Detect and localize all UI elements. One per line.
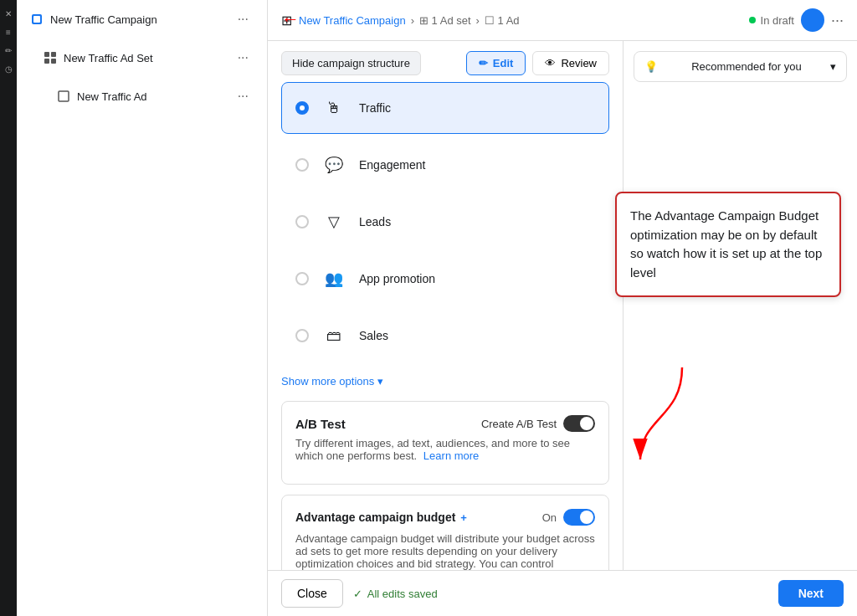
edit-review-tabs: ✏ Edit 👁 Review bbox=[466, 51, 609, 75]
hide-structure-button[interactable]: Hide campaign structure bbox=[281, 51, 421, 75]
recommended-header[interactable]: 💡 Recommended for you ▾ bbox=[634, 51, 847, 82]
content-area: Hide campaign structure ✏ Edit 👁 Review bbox=[268, 41, 857, 570]
breadcrumb-campaign[interactable]: New Traffic Campaign bbox=[299, 14, 406, 27]
sidebar-ad-label: New Traffic Ad bbox=[77, 90, 234, 103]
breadcrumb-sep1: › bbox=[411, 14, 414, 27]
callout-box: The Advantage Campaign Budget optimizati… bbox=[615, 192, 841, 297]
callout-text: The Advantage Campaign Budget optimizati… bbox=[630, 208, 822, 280]
svg-rect-2 bbox=[44, 52, 49, 57]
sales-label: Sales bbox=[359, 329, 388, 342]
bottom-bar: Close ✓ All edits saved Next bbox=[268, 570, 857, 616]
saved-status: ✓ All edits saved bbox=[353, 588, 438, 600]
engagement-radio[interactable] bbox=[295, 158, 309, 172]
app-radio[interactable] bbox=[295, 272, 309, 285]
callout-arrow bbox=[632, 367, 699, 470]
objective-leads[interactable]: ▽ Leads bbox=[281, 196, 609, 248]
sidebar-item-adset[interactable]: New Traffic Ad Set ··· bbox=[22, 40, 262, 75]
avatar bbox=[801, 8, 824, 32]
toolbar-history-icon[interactable]: ◷ bbox=[2, 62, 15, 75]
topbar-more-icon[interactable]: ··· bbox=[831, 12, 844, 29]
topbar: ⊞ New Traffic Campaign › ⊞ 1 Ad set › ☐ … bbox=[268, 0, 857, 41]
objective-app-promotion[interactable]: 👥 App promotion bbox=[281, 253, 609, 305]
leads-radio[interactable] bbox=[295, 215, 309, 228]
leads-icon: ▽ bbox=[321, 208, 347, 235]
advantage-budget-section: Advantage campaign budget + On Advantage… bbox=[281, 495, 609, 570]
main-content: ⊞ New Traffic Campaign › ⊞ 1 Ad set › ☐ … bbox=[268, 0, 857, 616]
leads-label: Leads bbox=[359, 215, 391, 228]
ab-test-controls: Create A/B Test bbox=[481, 415, 595, 432]
ad-icon bbox=[57, 90, 70, 103]
ab-test-section: A/B Test Create A/B Test Try different i… bbox=[281, 401, 609, 485]
edit-pencil-icon: ✏ bbox=[479, 57, 488, 69]
engagement-label: Engagement bbox=[359, 158, 425, 172]
svg-rect-3 bbox=[51, 52, 56, 57]
advantage-on-label: On bbox=[542, 511, 557, 524]
toolbar-menu-icon[interactable]: ≡ bbox=[2, 25, 15, 38]
sidebar-campaign-label: New Traffic Campaign bbox=[50, 13, 234, 26]
toolbar-close-icon[interactable]: ✕ bbox=[2, 7, 15, 20]
left-toolbar: ✕ ≡ ✏ ◷ bbox=[0, 0, 17, 616]
objective-list: 🖱 Traffic 💬 Engagement ▽ Leads bbox=[268, 82, 623, 362]
review-tab-label: Review bbox=[561, 57, 597, 69]
engagement-icon: 💬 bbox=[321, 151, 347, 178]
checkmark-icon: ✓ bbox=[353, 588, 362, 600]
traffic-icon: 🖱 bbox=[321, 95, 347, 121]
recommended-label: Recommended for you bbox=[691, 60, 802, 73]
sidebar: New Traffic Campaign ··· ← New Traffic A… bbox=[17, 0, 268, 616]
status-indicator: In draft bbox=[749, 14, 794, 27]
review-tab[interactable]: 👁 Review bbox=[532, 51, 609, 75]
traffic-radio[interactable] bbox=[295, 101, 309, 115]
objective-sales[interactable]: 🗃 Sales bbox=[281, 310, 609, 362]
traffic-label: Traffic bbox=[359, 101, 391, 115]
app-label: App promotion bbox=[359, 272, 435, 285]
ab-test-header: A/B Test Create A/B Test bbox=[295, 415, 595, 432]
adset-icon bbox=[44, 51, 57, 64]
right-panel: 💡 Recommended for you ▾ The Advantage Ca… bbox=[623, 41, 857, 570]
advantage-description: Advantage campaign budget will distribut… bbox=[295, 532, 595, 570]
sales-icon: 🗃 bbox=[321, 322, 347, 349]
show-more-chevron: ▾ bbox=[377, 375, 383, 388]
bottom-left: Close ✓ All edits saved bbox=[281, 579, 438, 608]
next-button[interactable]: Next bbox=[778, 580, 844, 607]
campaign-panel: Hide campaign structure ✏ Edit 👁 Review bbox=[268, 41, 623, 570]
breadcrumb-ad: ☐ 1 Ad bbox=[485, 14, 520, 27]
red-arrow-indicator: ← bbox=[281, 8, 300, 30]
sidebar-campaign-more[interactable]: ··· bbox=[234, 10, 252, 28]
advantage-toggle-row: Advantage campaign budget + On bbox=[295, 509, 595, 526]
toolbar-edit-icon[interactable]: ✏ bbox=[2, 44, 15, 57]
breadcrumb: New Traffic Campaign › ⊞ 1 Ad set › ☐ 1 … bbox=[299, 14, 520, 27]
campaign-icon bbox=[30, 13, 44, 26]
sidebar-adset-label: New Traffic Ad Set bbox=[64, 52, 234, 64]
recommended-chevron: ▾ bbox=[830, 60, 836, 73]
svg-rect-1 bbox=[33, 16, 40, 23]
app-icon: 👥 bbox=[321, 265, 347, 292]
ab-learn-more[interactable]: Learn more bbox=[423, 449, 479, 462]
sidebar-adset-more[interactable]: ··· bbox=[234, 49, 252, 67]
advantage-budget-title: Advantage campaign budget + bbox=[295, 511, 467, 524]
sidebar-item-campaign[interactable]: New Traffic Campaign ··· ← bbox=[22, 2, 262, 37]
objective-traffic[interactable]: 🖱 Traffic bbox=[281, 82, 609, 134]
advantage-toggle-switch[interactable] bbox=[563, 509, 595, 526]
breadcrumb-adset: ⊞ 1 Ad set bbox=[419, 14, 471, 27]
status-dot bbox=[749, 17, 756, 23]
create-ab-label: Create A/B Test bbox=[481, 418, 557, 430]
edit-tab[interactable]: ✏ Edit bbox=[466, 51, 526, 75]
status-label: In draft bbox=[761, 14, 794, 27]
objective-engagement[interactable]: 💬 Engagement bbox=[281, 139, 609, 191]
ab-toggle[interactable] bbox=[563, 415, 595, 432]
sidebar-item-ad[interactable]: New Traffic Ad ··· bbox=[22, 79, 262, 114]
svg-rect-4 bbox=[44, 59, 49, 64]
close-button[interactable]: Close bbox=[281, 579, 343, 608]
show-more-options[interactable]: Show more options ▾ bbox=[268, 367, 623, 401]
review-eye-icon: 👁 bbox=[545, 57, 556, 69]
svg-rect-6 bbox=[59, 91, 69, 101]
breadcrumb-sep2: › bbox=[476, 14, 480, 27]
sales-radio[interactable] bbox=[295, 329, 309, 342]
ab-test-description: Try different images, ad text, audiences… bbox=[295, 437, 595, 462]
advantage-toggle-right: On bbox=[542, 509, 595, 526]
show-more-label: Show more options bbox=[281, 375, 374, 388]
sidebar-ad-more[interactable]: ··· bbox=[234, 87, 252, 105]
edit-tab-label: Edit bbox=[493, 57, 514, 69]
ab-test-title: A/B Test bbox=[295, 417, 346, 431]
svg-rect-5 bbox=[51, 59, 56, 64]
